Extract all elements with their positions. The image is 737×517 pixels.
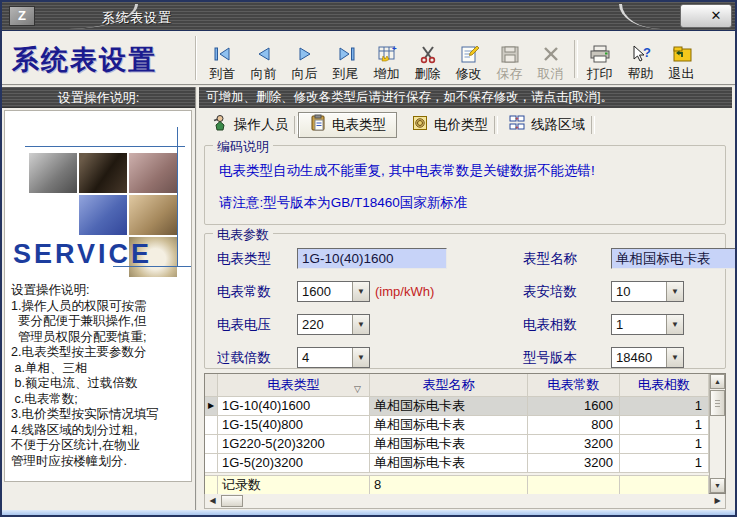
sidebar-panel: SERVICE 设置操作说明: 1.操作人员的权限可按需 要分配便于兼职操作,但… (4, 110, 192, 482)
line-region-icon: ++ (508, 114, 526, 135)
operator-icon (211, 114, 229, 135)
row-selector (205, 454, 218, 473)
header-row: 系统表设置 到首 向前 向后 (2, 32, 735, 86)
col-header-meter-type[interactable]: 电表类型 ▽ (218, 374, 370, 397)
toolbar-label: 修改 (456, 66, 482, 81)
save-icon (499, 42, 521, 66)
col-header-model-name[interactable]: 表型名称 (370, 374, 528, 397)
table-row[interactable]: 1G-5(20)3200 单相国标电卡表 3200 1 (205, 454, 709, 473)
price-type-icon (411, 114, 429, 135)
toolbar-label: 增加 (374, 66, 400, 81)
photo-pen (79, 153, 127, 193)
app-logo-icon: Z (9, 6, 35, 26)
photo-instruments (129, 153, 177, 193)
close-icon[interactable]: ✕ (707, 7, 725, 25)
help-button[interactable]: ? 帮助 (620, 34, 661, 84)
meter-params-groupbox: 电表参数 电表类型 1G-10(40)1600 表型名称 单相国标电卡表 电表常… (204, 233, 726, 369)
photo-fabric (129, 195, 177, 235)
toolbar-label: 取消 (538, 66, 564, 81)
cell-phase: 1 (620, 435, 709, 454)
decor-line (177, 127, 178, 267)
table-row[interactable]: 1G220-5(20)3200 单相国标电卡表 3200 1 (205, 435, 709, 454)
cancel-button[interactable]: 取消 (530, 34, 571, 84)
scroll-down-icon[interactable]: ▼ (710, 478, 725, 493)
sort-icon[interactable]: ▽ (354, 378, 361, 397)
meter-const-label: 电表常数 (217, 283, 297, 301)
delete-button[interactable]: 删除 (407, 34, 448, 84)
tab-bar: 操作人员 电表类型 电价类型 ++ 线路区域 (201, 110, 732, 139)
tab-label: 电表类型 (332, 116, 386, 134)
vertical-scrollbar[interactable]: ▲ ▼ (709, 374, 725, 493)
table-row[interactable]: 1G-15(40)800 单相国标电卡表 800 1 (205, 416, 709, 435)
cell-meter-type: 1G220-5(20)3200 (218, 435, 370, 454)
empty-cell (528, 476, 620, 495)
chevron-down-icon[interactable]: ▼ (352, 282, 369, 301)
go-first-icon (212, 42, 234, 66)
go-last-button[interactable]: 到尾 (325, 34, 366, 84)
cell-model-name: 单相国标电卡表 (370, 397, 528, 416)
toolbar-label: 向后 (292, 66, 318, 81)
ampere-label: 表安培数 (523, 283, 611, 301)
overload-select[interactable]: 4 ▼ (297, 347, 370, 368)
chevron-down-icon[interactable]: ▼ (666, 282, 683, 301)
help-icon: ? (629, 42, 653, 66)
select-value: 10 (612, 282, 666, 301)
select-value: 1 (612, 315, 666, 334)
svg-text:+: + (515, 115, 519, 121)
model-version-select[interactable]: 18460 ▼ (611, 347, 684, 368)
modify-button[interactable]: 修改 (448, 34, 489, 84)
cell-phase: 1 (620, 454, 709, 473)
go-next-button[interactable]: 向后 (284, 34, 325, 84)
tab-label: 线路区域 (531, 116, 585, 134)
cell-meter-const: 3200 (528, 435, 620, 454)
select-value: 18460 (612, 348, 666, 367)
tab-price-type[interactable]: 电价类型 (401, 112, 498, 138)
col-header-meter-const[interactable]: 电表常数 (528, 374, 620, 397)
toolbar-label: 到尾 (333, 66, 359, 81)
tab-meter-type[interactable]: 电表类型 (298, 112, 397, 138)
select-value: 220 (298, 315, 352, 334)
tab-operators[interactable]: 操作人员 (201, 112, 298, 138)
horizontal-scroll-thumb[interactable] (221, 495, 243, 507)
overload-label: 过载倍数 (217, 349, 297, 367)
row-selector (205, 476, 218, 495)
chevron-down-icon[interactable]: ▼ (352, 315, 369, 334)
vertical-scroll-thumb[interactable] (710, 390, 725, 416)
col-header-phase[interactable]: 电表相数 (620, 374, 709, 397)
ampere-select[interactable]: 10 ▼ (611, 281, 684, 302)
go-prev-button[interactable]: 向前 (243, 34, 284, 84)
coding-note-1: 电表类型自动生成不能重复, 其中电表常数是关键数据不能选错! (205, 162, 725, 180)
scroll-up-icon[interactable]: ▲ (710, 374, 725, 389)
toolbar-separator (571, 34, 579, 84)
meter-type-field[interactable]: 1G-10(40)1600 (297, 248, 447, 269)
scroll-left-icon[interactable]: ◀ (205, 494, 220, 508)
meter-type-label: 电表类型 (217, 250, 297, 268)
phase-select[interactable]: 1 ▼ (611, 314, 684, 335)
setup-instructions: 设置操作说明: 1.操作人员的权限可按需 要分配便于兼职操作,但 管理员权限分配… (11, 283, 189, 469)
tab-line-region[interactable]: ++ 线路区域 (498, 112, 595, 138)
row-selector (205, 416, 218, 435)
chevron-down-icon[interactable]: ▼ (352, 348, 369, 367)
chevron-down-icon[interactable]: ▼ (666, 315, 683, 334)
coding-note-2: 请注意:型号版本为GB/T18460国家新标准 (205, 194, 725, 212)
titlebar-swoosh-right (619, 4, 679, 29)
save-button[interactable]: 保存 (489, 34, 530, 84)
voltage-select[interactable]: 220 ▼ (297, 314, 370, 335)
toolbar-label: 删除 (415, 66, 441, 81)
select-value: 4 (298, 348, 352, 367)
exit-button[interactable]: 退出 (661, 34, 702, 84)
horizontal-scrollbar[interactable]: ◀ ▶ (204, 494, 726, 509)
window-title: 系统表设置 (102, 9, 172, 27)
go-first-button[interactable]: 到首 (202, 34, 243, 84)
chevron-down-icon[interactable]: ▼ (666, 348, 683, 367)
meter-type-table: 电表类型 ▽ 表型名称 电表常数 电表相数 ▶ 1G-10(40)1600 单相… (204, 373, 726, 494)
model-name-field[interactable]: 单相国标电卡表 (611, 248, 737, 269)
print-button[interactable]: 打印 (579, 34, 620, 84)
add-button[interactable]: + 增加 (366, 34, 407, 84)
scroll-right-icon[interactable]: ▶ (710, 494, 725, 508)
meter-const-unit: (imp/kWh) (375, 284, 434, 299)
phase-label: 电表相数 (523, 316, 611, 334)
table-row[interactable]: ▶ 1G-10(40)1600 单相国标电卡表 1600 1 (205, 397, 709, 416)
cell-phase: 1 (620, 397, 709, 416)
meter-const-select[interactable]: 1600 ▼ (297, 281, 370, 302)
